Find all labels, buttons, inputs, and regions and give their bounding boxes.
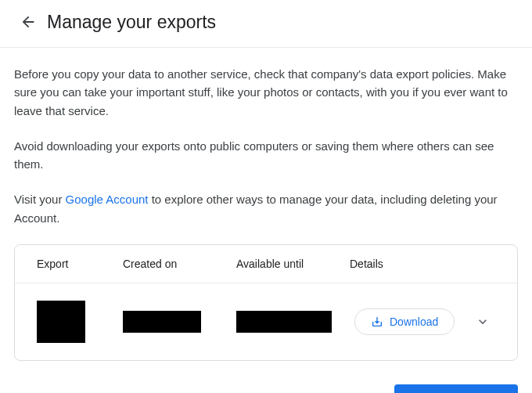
arrow-left-icon	[20, 13, 37, 31]
intro-para3-prefix: Visit your	[14, 193, 66, 206]
intro-paragraph-1: Before you copy your data to another ser…	[14, 65, 518, 120]
exports-table: Export Created on Available until Detail…	[14, 244, 518, 361]
download-button-label: Download	[390, 315, 438, 328]
download-icon	[371, 315, 383, 328]
table-row: Download	[15, 283, 517, 360]
main-content: Before you copy your data to another ser…	[0, 48, 532, 373]
column-header-export: Export	[37, 258, 123, 270]
back-button[interactable]	[13, 6, 44, 38]
footer-actions: Create new export	[0, 373, 532, 393]
redacted-available-value	[236, 311, 332, 333]
intro-paragraph-2: Avoid downloading your exports onto publ…	[14, 137, 518, 174]
chevron-down-icon	[475, 314, 491, 330]
table-header-row: Export Created on Available until Detail…	[15, 245, 517, 283]
download-button[interactable]: Download	[354, 308, 455, 335]
google-account-link[interactable]: Google Account	[66, 193, 149, 206]
expand-button[interactable]	[470, 309, 495, 334]
cell-available	[236, 311, 350, 333]
redacted-export-value	[37, 301, 85, 343]
cell-created	[123, 311, 236, 333]
intro-paragraph-3: Visit your Google Account to explore oth…	[14, 190, 518, 227]
page-header: Manage your exports	[0, 0, 532, 48]
page-title: Manage your exports	[47, 12, 216, 33]
cell-export	[37, 301, 123, 343]
column-header-details: Details	[350, 258, 495, 270]
column-header-available: Available until	[236, 258, 350, 270]
column-header-created: Created on	[123, 258, 236, 270]
cell-details: Download	[350, 308, 495, 335]
create-new-export-button[interactable]: Create new export	[394, 384, 518, 393]
redacted-created-value	[123, 311, 201, 333]
